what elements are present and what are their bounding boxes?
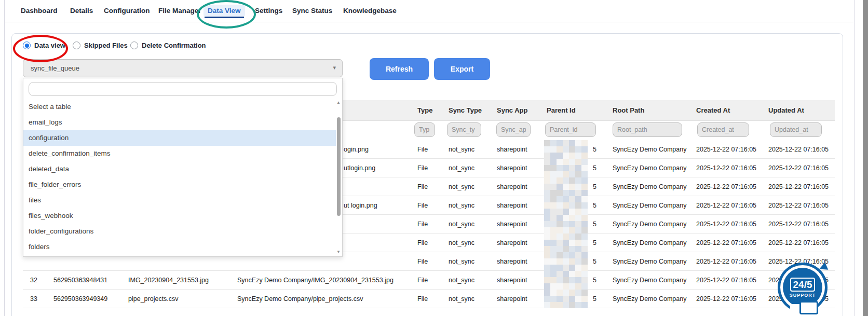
cell-parent-id-suffix: 5	[593, 221, 596, 228]
filter-input-created_at[interactable]	[697, 122, 749, 137]
cell-sync-type: not_sync	[449, 221, 474, 228]
table-option-delete_confirmation_items[interactable]: delete_confirmation_items	[23, 146, 336, 161]
cell-parent-id-suffix: 5	[593, 258, 596, 265]
filter-input-sync_ap[interactable]	[496, 122, 531, 137]
cell-updated-at: 2025-12-22 07:16:05	[768, 202, 829, 209]
cell-sync-type: not_sync	[449, 277, 474, 284]
dropdown-scroll-up-icon[interactable]: ▲	[336, 100, 341, 105]
cell-parent-id-redacted	[544, 140, 592, 159]
cell-path: SyncEzy Demo Company/pipe_projects.csv	[237, 295, 363, 303]
cell-sync-type: not_sync	[449, 146, 474, 153]
cell-parent-id-suffix: 5	[593, 295, 596, 303]
refresh-button[interactable]: Refresh	[370, 58, 429, 80]
cell-path: ut login.png	[344, 202, 377, 209]
cell-sync-type: not_sync	[449, 258, 474, 265]
table-search-input[interactable]	[29, 82, 337, 96]
cell-type: File	[417, 295, 428, 303]
cell-parent-id-redacted	[544, 271, 592, 290]
cell-created-at: 2025-12-22 07:16:05	[696, 183, 756, 190]
cell-parent-id-suffix: 5	[593, 277, 596, 284]
cell-parent-id-suffix: 5	[593, 164, 596, 172]
dropdown-scrollbar-thumb[interactable]	[337, 117, 341, 216]
support-badge[interactable]: 24/5 SUPPORT	[778, 263, 828, 312]
cell-sync-app: sharepoint	[497, 277, 527, 284]
column-header-sync-type: Sync Type	[449, 106, 482, 114]
cell-root-path: SyncEzy Demo Company	[613, 239, 686, 246]
table-option-file_folder_errors[interactable]: file_folder_errors	[23, 177, 336, 193]
cell-sync-app: sharepoint	[497, 202, 527, 209]
cell-sync-app: sharepoint	[497, 164, 527, 172]
filter-input-typ[interactable]	[414, 122, 435, 137]
cell-updated-at: 2025-12-22 07:16:05	[768, 146, 829, 153]
cell-created-at: 2025-12-22 07:16:05	[696, 202, 756, 209]
support-badge-bottom-text: SUPPORT	[790, 293, 816, 298]
table-option-files[interactable]: files	[23, 193, 336, 208]
cell-path: utlogin.png	[344, 164, 375, 172]
table-option-list: Select a tableemail_logsconfigurationdel…	[23, 99, 336, 255]
table-option-configuration[interactable]: configuration	[23, 130, 336, 146]
cell-root-path: SyncEzy Demo Company	[613, 164, 686, 172]
cell-sync-app: sharepoint	[497, 295, 527, 303]
cell-sync-app: sharepoint	[497, 239, 527, 246]
cell-root-path: SyncEzy Demo Company	[613, 183, 686, 190]
dropdown-scroll-down-icon[interactable]: ▼	[336, 250, 341, 254]
cell-type: File	[417, 277, 428, 284]
cell-sync-type: not_sync	[449, 239, 474, 246]
filter-input-parent_id[interactable]	[545, 122, 596, 137]
cell-name: IMG_20230904_231553.jpg	[128, 277, 209, 284]
cell-parent-id-redacted	[544, 159, 592, 177]
cell-sync-type: not_sync	[449, 183, 474, 190]
table-option-files_webhook[interactable]: files_webhook	[23, 208, 336, 224]
cell-type: File	[417, 146, 428, 153]
table-option-deleted_data[interactable]: deleted_data	[23, 161, 336, 177]
table-option-email_logs[interactable]: email_logs	[23, 115, 336, 130]
cell-type: File	[417, 221, 428, 228]
cell-created-at: 2025-12-22 07:16:05	[696, 221, 756, 228]
cell-type: File	[417, 164, 428, 172]
cell-updated-at: 2025-12-22 07:16:05	[768, 183, 829, 190]
page-scrollbar[interactable]	[863, 0, 868, 316]
table-option-select-a-table[interactable]: Select a table	[23, 99, 336, 115]
cell-updated-at: 2025-12-22 07:16:05	[768, 164, 829, 172]
chevron-down-icon: ▾	[333, 64, 336, 71]
export-button[interactable]: Export	[434, 58, 490, 80]
cell-updated-at: 2025-12-22 07:16:05	[768, 239, 829, 246]
cell-created-at: 2025-12-22 07:16:05	[696, 295, 756, 303]
cell-updated-at: 2025-12-22 07:16:05	[768, 221, 829, 228]
cell-file-id: 562950363949349	[53, 295, 107, 303]
filter-input-updated_at[interactable]	[770, 122, 822, 137]
filter-input-root_path[interactable]	[613, 122, 682, 137]
cell-file-id: 562950363948431	[53, 277, 107, 284]
cell-parent-id-redacted	[544, 177, 592, 196]
cell-parent-id-redacted	[544, 233, 592, 252]
cell-path: ogin.png	[344, 146, 369, 153]
cell-sync-type: not_sync	[449, 295, 474, 303]
column-header-updated-at: Updated At	[768, 106, 804, 114]
cell-created-at: 2025-12-22 07:16:05	[696, 277, 756, 284]
cell-sync-type: not_sync	[449, 202, 474, 209]
cell-root-path: SyncEzy Demo Company	[613, 295, 686, 303]
cell-name: pipe_projects.csv	[128, 295, 179, 303]
cell-parent-id-suffix: 5	[593, 183, 596, 190]
cell-type: File	[417, 258, 428, 265]
cell-type: File	[417, 183, 428, 190]
table-select-dropdown: Select a tableemail_logsconfigurationdel…	[23, 78, 343, 257]
cell-parent-id-suffix: 5	[593, 146, 596, 153]
window-right-edge	[854, 0, 855, 316]
cell-sync-app: sharepoint	[497, 183, 527, 190]
table-select[interactable]: sync_file_queue ▾	[23, 59, 343, 77]
table-option-folders[interactable]: folders	[23, 239, 336, 255]
cell-created-at: 2025-12-22 07:16:05	[696, 258, 756, 265]
cell-root-path: SyncEzy Demo Company	[613, 146, 686, 153]
table-option-folder_configurations[interactable]: folder_configurations	[23, 224, 336, 239]
filter-input-sync_ty[interactable]	[447, 122, 481, 137]
cell-parent-id-redacted	[544, 196, 592, 215]
cell-parent-id-redacted	[544, 215, 592, 233]
column-header-root-path: Root Path	[613, 106, 644, 114]
cell-row-number: 32	[30, 277, 37, 284]
support-badge-top-text: 24/5	[790, 278, 816, 292]
column-header-type: Type	[417, 106, 432, 114]
cell-parent-id-redacted	[544, 290, 592, 308]
cell-root-path: SyncEzy Demo Company	[613, 202, 686, 209]
cell-created-at: 2025-12-22 07:16:05	[696, 239, 756, 246]
